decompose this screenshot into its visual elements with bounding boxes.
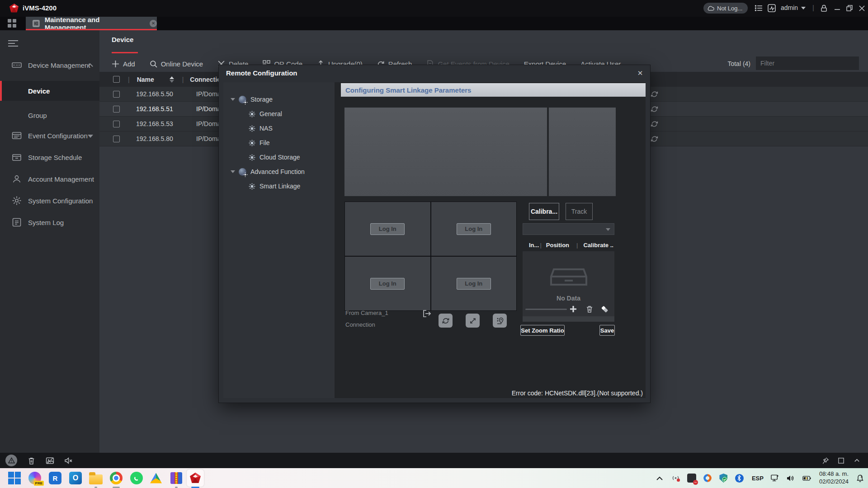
reconnect-button[interactable] [439, 314, 453, 328]
expand-arrow-icon[interactable] [231, 98, 235, 101]
sidebar-collapse-button[interactable] [8, 40, 18, 47]
tree-node-advanced-function[interactable]: Advanced Function [223, 164, 335, 179]
row-refresh-icon[interactable] [650, 105, 659, 113]
sidebar-item-event-configuration[interactable]: Event Configuration [0, 126, 99, 145]
row-refresh-icon[interactable] [650, 90, 659, 99]
taskbar-ivms[interactable] [188, 470, 203, 486]
sidebar-item-device[interactable]: Device [0, 81, 99, 101]
taskbar-copilot[interactable]: PRE [27, 470, 42, 486]
taskbar-realvnc[interactable]: R [47, 470, 63, 486]
logout-icon[interactable] [422, 309, 431, 318]
tree-node-nas[interactable]: NAS [223, 121, 335, 136]
tab-track[interactable]: Track [566, 203, 593, 220]
set-zoom-ratio-button[interactable]: Set Zoom Ratio [520, 325, 565, 336]
tray-expand-chevron[interactable] [656, 474, 664, 483]
row-refresh-icon[interactable] [650, 135, 659, 143]
sidebar-item-storage-schedule[interactable]: Storage Schedule [0, 148, 99, 167]
zoom-slider[interactable] [525, 309, 567, 310]
sort-icon[interactable] [170, 76, 174, 83]
tree-node-storage[interactable]: Storage [223, 92, 335, 107]
module-grid-icon[interactable] [8, 19, 17, 28]
tree-node-cloud-storage[interactable]: Cloud Storage [223, 150, 335, 164]
row-checkbox[interactable] [113, 91, 120, 98]
page-tab-device[interactable]: Device [112, 36, 133, 43]
clock[interactable]: 08:48 a. m. 02/02/2024 [819, 470, 849, 486]
tab-maintenance-and-management[interactable]: Maintenance and Management ✕ [26, 17, 157, 30]
taskbar-winrar[interactable] [169, 470, 184, 486]
taskbar-outlook[interactable]: O [68, 470, 83, 486]
lock-button[interactable] [819, 4, 828, 13]
start-button[interactable] [7, 470, 22, 486]
tray-security-shield-icon[interactable] [719, 474, 728, 483]
taskbar-file-explorer[interactable] [88, 470, 104, 486]
login-button[interactable]: Log In [370, 278, 405, 290]
login-button[interactable]: Log In [457, 278, 491, 290]
video-preview-side[interactable] [549, 108, 616, 196]
minimize-button[interactable] [833, 4, 842, 13]
tab-calibration[interactable]: Calibra... [529, 203, 559, 220]
sidebar-item-account-management[interactable]: Account Management [0, 169, 99, 188]
expand-arrow-icon[interactable] [231, 170, 235, 173]
alarm-picture-icon[interactable] [46, 456, 54, 465]
sidebar-item-device-management[interactable]: Device Management [0, 56, 99, 75]
video-preview-main[interactable] [344, 108, 547, 196]
clear-alarms-icon[interactable] [27, 456, 36, 465]
camera-select-dropdown[interactable] [523, 223, 614, 235]
dialog-close-icon[interactable]: ✕ [636, 69, 645, 78]
tray-sync-icon[interactable] [703, 474, 712, 483]
collapse-panel-icon[interactable] [853, 457, 861, 465]
camera-cell[interactable]: Log In [345, 257, 430, 310]
delete-calibration-icon[interactable] [585, 305, 594, 314]
camera-cell[interactable]: Log In [431, 202, 517, 256]
save-button[interactable]: Save [599, 325, 615, 336]
add-button[interactable]: Add [112, 60, 135, 68]
notification-bell-icon[interactable]: z [856, 474, 864, 483]
online-device-button[interactable]: Online Device [150, 60, 203, 68]
cloud-login-button[interactable]: Not Log... [703, 3, 748, 14]
row-refresh-icon[interactable] [650, 120, 659, 128]
volume-icon[interactable] [787, 474, 795, 483]
camera-cell[interactable]: Log In [431, 257, 517, 310]
column-name[interactable]: Name [137, 76, 161, 83]
user-caret-icon[interactable] [801, 7, 806, 9]
network-icon[interactable] [771, 474, 779, 483]
tree-node-file[interactable]: File [223, 136, 335, 150]
eraser-icon[interactable] [600, 305, 609, 314]
taskbar-chrome[interactable] [108, 470, 124, 486]
camera-cell[interactable]: Log In [345, 202, 430, 256]
row-checkbox[interactable] [113, 136, 120, 142]
sidebar-item-system-log[interactable]: System Log [0, 213, 99, 232]
user-menu[interactable]: admin [781, 4, 798, 11]
battery-icon[interactable] [802, 474, 811, 483]
tray-bluetooth-icon[interactable] [735, 474, 744, 483]
row-checkbox[interactable] [113, 121, 120, 127]
add-calibration-icon[interactable] [569, 305, 578, 314]
tray-blocked-app-icon[interactable] [687, 474, 696, 483]
select-all-checkbox[interactable] [113, 76, 120, 83]
login-button[interactable]: Log In [370, 223, 405, 235]
taskbar-google-drive[interactable] [148, 470, 164, 486]
slider-groove[interactable] [523, 316, 614, 322]
sidebar-item-system-configuration[interactable]: System Configuration [0, 191, 99, 210]
status-monitor-button[interactable] [767, 4, 776, 13]
track-route-button[interactable] [493, 314, 507, 328]
row-checkbox[interactable] [113, 106, 120, 113]
maximize-panel-icon[interactable] [837, 457, 845, 465]
tree-node-smart-linkage[interactable]: Smart Linkage [223, 179, 335, 193]
language-indicator[interactable]: ESP [752, 475, 764, 482]
login-button[interactable]: Log In [457, 223, 491, 235]
filter-input[interactable] [756, 56, 859, 70]
close-button[interactable] [857, 4, 866, 13]
restore-button[interactable] [845, 4, 854, 13]
task-list-button[interactable] [754, 4, 763, 13]
alarm-toggle-button[interactable] [5, 455, 17, 466]
pin-icon[interactable] [821, 457, 829, 465]
triangle-down-icon[interactable] [88, 135, 93, 138]
tab-close-icon[interactable]: ✕ [150, 20, 157, 27]
fullscreen-button[interactable] [466, 314, 480, 328]
tray-streaming-icon[interactable] [671, 474, 680, 483]
mute-audio-icon[interactable] [64, 456, 73, 465]
sidebar-item-group[interactable]: Group [0, 106, 99, 125]
tree-node-general[interactable]: General [223, 107, 335, 121]
taskbar-whatsapp[interactable] [129, 470, 144, 486]
